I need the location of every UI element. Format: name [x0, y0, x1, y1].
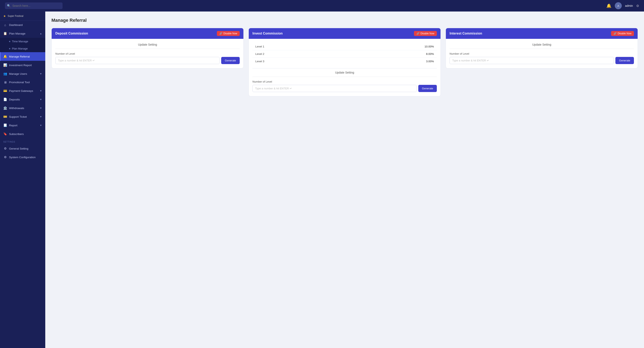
divider	[252, 68, 437, 68]
deposits-icon: 📄	[3, 98, 7, 101]
plan-icon: 📋	[3, 32, 7, 35]
deposit-field-label: Number of Level	[55, 52, 240, 55]
deposit-commission-body: Update Setting Number of Level Generate	[52, 39, 244, 68]
sidebar-item-plan-manage-sub[interactable]: Plan Manage	[0, 45, 45, 52]
sidebar-item-withdrawals[interactable]: 🏦 Withdrawals ▼	[0, 104, 45, 112]
sidebar-item-label: Manage Users	[9, 72, 38, 75]
invest-update-setting-title: Update Setting	[252, 71, 437, 77]
chart-icon: 📊	[3, 63, 7, 67]
invest-commission-body: Level 1 10.00% Level 2 8.00% Level 3 3.0…	[249, 39, 440, 96]
sidebar-item-manage-referral[interactable]: 🔔 Manage Referral	[0, 52, 45, 61]
level-value: 8.00%	[426, 52, 434, 55]
interest-level-input[interactable]	[450, 57, 614, 64]
sidebar-item-promotional-tool[interactable]: 🖥 Promotional Tool	[0, 78, 45, 86]
invest-commission-title: Invest Commission	[252, 32, 283, 35]
deposit-commission-header: Deposit Commission 🔗 Disable Now	[52, 28, 244, 39]
sidebar-item-support-ticket[interactable]: 🎫 Support Ticket ▼	[0, 112, 45, 121]
sidebar-item-label: Support Ticket	[9, 115, 38, 118]
invest-commission-header: Invest Commission 🔗 Disable Now	[249, 28, 440, 39]
sidebar-item-system-configuration[interactable]: ⚙ System Configuration	[0, 153, 45, 162]
level-label: Level 1	[255, 45, 264, 48]
invest-generate-button[interactable]: Generate	[418, 85, 437, 92]
link-icon: 🔗	[219, 32, 222, 35]
sub-item-label: Plan Manage	[12, 47, 28, 50]
layout: ★ Super Festival ⌂ Dashboard 📋 Plan Mana…	[0, 11, 644, 348]
gear-icon: ⚙	[3, 147, 7, 150]
deposit-disable-button[interactable]: 🔗 Disable Now	[217, 31, 240, 36]
avatar: A	[615, 2, 622, 9]
interest-input-row: Generate	[450, 57, 634, 64]
home-icon: ⌂	[3, 23, 7, 27]
sidebar-item-label: Withdrawals	[9, 107, 38, 110]
level-value: 10.00%	[424, 45, 434, 48]
sidebar: ★ Super Festival ⌂ Dashboard 📋 Plan Mana…	[0, 11, 45, 348]
sidebar-item-label: Subscribers	[9, 133, 42, 136]
disable-btn-label: Disable Now	[618, 32, 632, 35]
invest-field-label: Number of Level	[252, 80, 437, 83]
deposit-update-setting-title: Update Setting	[55, 43, 240, 49]
interest-disable-button[interactable]: 🔗 Disable Now	[611, 31, 634, 36]
sidebar-item-subscribers[interactable]: 🔖 Subscribers	[0, 130, 45, 138]
level-row: Level 1 10.00%	[252, 43, 437, 50]
level-row: Level 3 3.00%	[252, 58, 437, 65]
header-left: 🔍	[5, 2, 62, 9]
deposit-commission-title: Deposit Commission	[55, 32, 88, 35]
sidebar-item-dashboard[interactable]: ⌂ Dashboard	[0, 21, 45, 29]
bell-icon[interactable]: 🔔	[606, 3, 612, 8]
invest-level-list: Level 1 10.00% Level 2 8.00% Level 3 3.0…	[252, 43, 437, 65]
plan-manage-submenu: Time Manage Plan Manage	[0, 38, 45, 52]
deposit-input-row: Generate	[55, 57, 240, 64]
link-icon: 🔗	[614, 32, 617, 35]
config-icon: ⚙	[3, 155, 7, 159]
sidebar-item-label: Promotional Tool	[9, 81, 42, 84]
sidebar-item-investment-report[interactable]: 📊 Investment Report	[0, 61, 45, 69]
bell-nav-icon: 🔔	[3, 55, 7, 58]
sidebar-item-label: Payment Gateways	[9, 89, 38, 92]
sidebar-item-label: Deposits	[9, 98, 38, 101]
sidebar-item-label: Manage Referral	[9, 55, 42, 58]
sidebar-item-label: System Configuration	[9, 156, 42, 159]
ticket-icon: 🎫	[3, 115, 7, 119]
interest-commission-title: Interest Commission	[450, 32, 482, 35]
sidebar-item-label: Report	[9, 124, 38, 127]
main-content: Manage Referral Deposit Commission 🔗 Dis…	[45, 11, 644, 348]
search-input[interactable]	[5, 2, 62, 9]
level-value: 3.00%	[426, 60, 434, 63]
sidebar-item-label: Plan Manage	[9, 32, 38, 35]
sidebar-item-time-manage[interactable]: Time Manage	[0, 38, 45, 45]
settings-gear-icon[interactable]: ⚙	[636, 4, 639, 8]
chevron-up-icon: ▲	[40, 32, 42, 35]
header-right: 🔔 A admin ⚙	[606, 2, 639, 9]
subscribers-icon: 🔖	[3, 132, 7, 136]
invest-level-input[interactable]	[252, 85, 417, 92]
deposit-generate-button[interactable]: Generate	[221, 57, 240, 64]
level-label: Level 2	[255, 52, 264, 55]
disable-btn-label: Disable Now	[224, 32, 237, 35]
interest-commission-header: Interest Commission 🔗 Disable Now	[446, 28, 638, 39]
sidebar-item-plan-manage[interactable]: 📋 Plan Manage ▲	[0, 29, 45, 38]
sidebar-logo: ★ Super Festival	[0, 11, 45, 21]
deposit-level-input[interactable]	[55, 57, 220, 64]
invest-disable-button[interactable]: 🔗 Disable Now	[414, 31, 437, 36]
sidebar-item-label: General Setting	[9, 147, 42, 150]
settings-section-label: SETTINGS	[0, 138, 45, 144]
chevron-down-icon: ▼	[40, 72, 42, 75]
sidebar-item-manage-users[interactable]: 👥 Manage Users ▼	[0, 69, 45, 78]
interest-commission-body: Update Setting Number of Level Generate	[446, 39, 638, 68]
dot-icon	[9, 48, 10, 49]
interest-update-setting-title: Update Setting	[450, 43, 634, 49]
interest-generate-button[interactable]: Generate	[616, 57, 634, 64]
interest-field-label: Number of Level	[450, 52, 634, 55]
payment-icon: 💳	[3, 89, 7, 93]
sidebar-item-general-setting[interactable]: ⚙ General Setting	[0, 144, 45, 153]
sidebar-item-label: Dashboard	[9, 23, 42, 26]
invest-input-row: Generate	[252, 85, 437, 92]
sidebar-item-deposits[interactable]: 📄 Deposits ▼	[0, 95, 45, 104]
sidebar-item-payment-gateways[interactable]: 💳 Payment Gateways ▼	[0, 86, 45, 95]
disable-btn-label: Disable Now	[420, 32, 434, 35]
chevron-down-icon: ▼	[40, 98, 42, 101]
sidebar-item-report[interactable]: 📃 Report ▼	[0, 121, 45, 130]
top-header: 🔍 🔔 A admin ⚙	[0, 0, 644, 11]
deposit-commission-card: Deposit Commission 🔗 Disable Now Update …	[52, 28, 244, 68]
level-row: Level 2 8.00%	[252, 50, 437, 58]
